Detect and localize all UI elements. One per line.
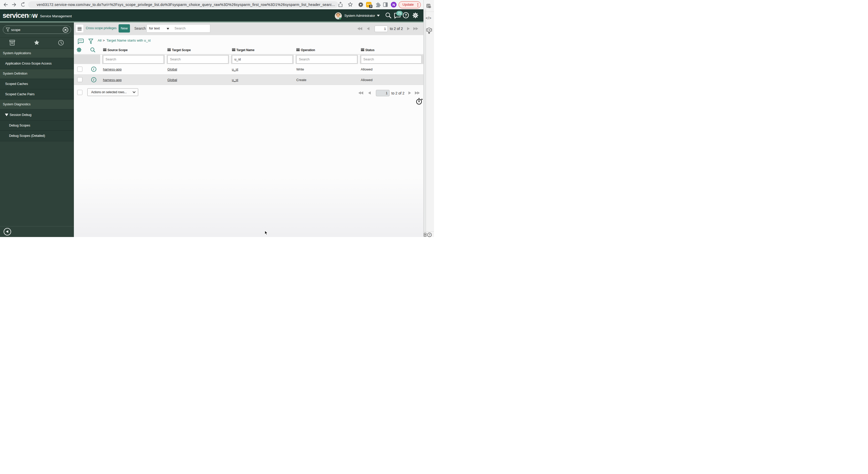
svg-text:?: ? (429, 233, 430, 236)
svg-text:N: N (393, 3, 395, 7)
svg-text:3: 3 (370, 5, 371, 8)
svg-text:75: 75 (398, 12, 401, 15)
svg-text:?: ? (405, 13, 407, 17)
